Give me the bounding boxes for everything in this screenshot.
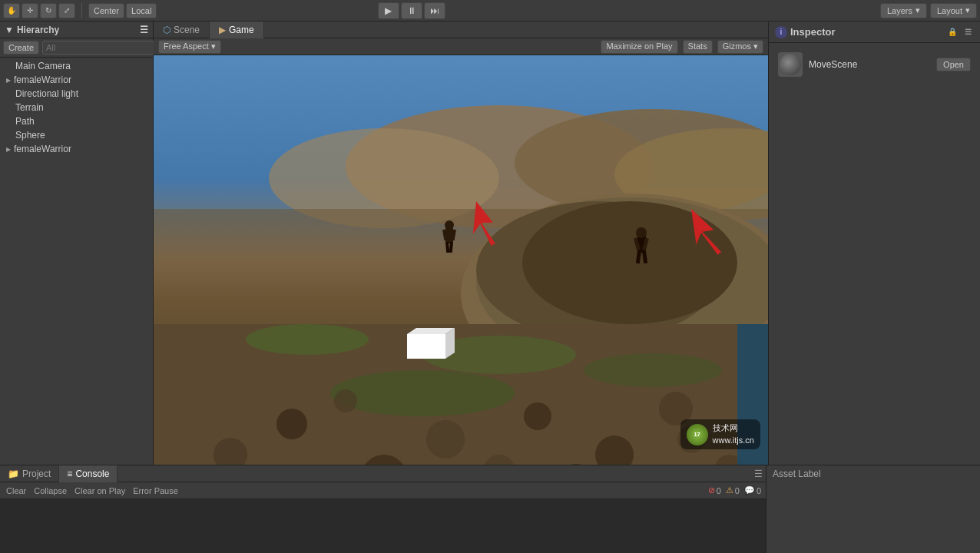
console-toolbar: Clear Collapse Clear on Play Error Pause… [0, 482, 766, 499]
play-btn[interactable]: ▶ [378, 2, 399, 19]
bottom-panel: 📁 Project ≡ Console ☰ Clear Collapse Cle… [0, 465, 980, 553]
svg-rect-27 [445, 228, 453, 243]
scene-view[interactable]: 17 技术网 www.itjs.cn [154, 55, 768, 465]
hierarchy-item-maincamera[interactable]: Main Camera [0, 59, 153, 73]
inspector-header: i Inspector 🔒 ☰ [769, 22, 980, 43]
hierarchy-item-femalewarrior2[interactable]: ▶ femaleWarrior [0, 142, 153, 156]
layout-label: Layout [937, 6, 962, 15]
pause-btn[interactable]: ⏸ [401, 2, 422, 19]
scene-toolbar: Free Aspect ▾ Maximize on Play Stats Giz… [154, 38, 768, 55]
info-count: 0 [757, 486, 761, 495]
main-content: ▼ Hierarchy ☰ Create Main Camera ▶ femal… [0, 22, 980, 465]
svg-point-13 [584, 353, 722, 387]
top-toolbar: ✋ ✛ ↻ ⤢ Center Local ▶ ⏸ ⏭ Layers ▾ Layo… [0, 0, 980, 22]
open-script-btn[interactable]: Open [936, 58, 971, 71]
femalewarrior2-label: femaleWarrior [14, 144, 71, 154]
bottom-panel-expand-icon[interactable]: ☰ [754, 469, 763, 479]
project-tab[interactable]: 📁 Project [0, 465, 59, 482]
console-content [0, 499, 766, 553]
inspector-right-icons: 🔒 ☰ [946, 26, 974, 38]
project-tab-icon: 📁 [8, 469, 19, 479]
terrain-label: Terrain [15, 102, 44, 113]
console-tab-label: Console [75, 469, 109, 479]
inspector-info-icon: i [775, 26, 787, 38]
inspector-lock-icon[interactable]: 🔒 [946, 26, 958, 38]
svg-point-14 [334, 389, 357, 412]
scene-tab-label: Scene [174, 25, 200, 35]
layout-dropdown[interactable]: Layout ▾ [930, 3, 977, 18]
terrain-svg [154, 55, 768, 465]
asset-label-text: Asset Label [773, 469, 821, 479]
collapse-btn[interactable]: Collapse [32, 486, 68, 495]
maximize-btn[interactable]: Maximize on Play [601, 40, 677, 54]
error-pause-btn[interactable]: Error Pause [131, 486, 180, 495]
white-box [407, 328, 455, 359]
scene-right-controls: Maximize on Play Stats Gizmos ▾ [601, 40, 763, 54]
layout-chevron-icon: ▾ [965, 5, 970, 15]
step-btn[interactable]: ⏭ [424, 2, 445, 19]
console-tab[interactable]: ≡ Console [59, 465, 118, 482]
hierarchy-item-terrain[interactable]: Terrain [0, 101, 153, 114]
hierarchy-title: Hierarchy [17, 25, 59, 35]
hierarchy-toolbar: Create [0, 38, 153, 58]
watermark: 17 技术网 www.itjs.cn [680, 419, 760, 449]
main-camera-label: Main Camera [15, 61, 71, 71]
watermark-text: 技术网 www.itjs.cn [713, 422, 754, 446]
hierarchy-search-input[interactable] [42, 41, 156, 55]
hierarchy-item-femalewarrior1[interactable]: ▶ femaleWarrior [0, 73, 153, 87]
move-tool-btn[interactable]: ✛ [22, 3, 38, 18]
inspector-menu-icon[interactable]: ☰ [962, 26, 974, 38]
scene-tab-icon: ⬡ [163, 25, 171, 35]
svg-point-17 [524, 402, 551, 430]
watermark-line1: 技术网 [713, 422, 754, 434]
warn-count-display: ⚠ 0 [726, 485, 740, 495]
game-tab[interactable]: ▶ Game [210, 22, 264, 38]
watermark-line2: www.itjs.cn [713, 435, 754, 446]
rotate-tool-btn[interactable]: ↻ [40, 3, 57, 18]
error-count-display: ⊘ 0 [708, 485, 721, 495]
script-item: MoveScene Open [775, 49, 974, 80]
inspector-title: Inspector [790, 26, 836, 38]
clear-btn[interactable]: Clear [5, 486, 28, 495]
game-scene-background: 17 技术网 www.itjs.cn [154, 55, 768, 465]
hierarchy-item-directional[interactable]: Directional light [0, 87, 153, 101]
svg-point-15 [276, 409, 307, 439]
svg-point-28 [445, 220, 454, 230]
svg-point-12 [330, 370, 515, 416]
aspect-dropdown[interactable]: Free Aspect ▾ [158, 40, 221, 54]
stats-btn[interactable]: Stats [683, 40, 713, 54]
svg-point-10 [246, 324, 369, 355]
sphere-label: Sphere [15, 130, 45, 141]
hierarchy-header: ▼ Hierarchy ☰ [0, 22, 153, 38]
scale-tool-btn[interactable]: ⤢ [58, 3, 75, 18]
svg-point-34 [636, 227, 647, 238]
game-tab-label: Game [229, 25, 254, 35]
clear-on-play-btn[interactable]: Clear on Play [73, 486, 127, 495]
script-icon [778, 52, 803, 77]
hierarchy-create-btn[interactable]: Create [3, 41, 39, 55]
error-circle-icon: ⊘ [708, 485, 715, 495]
view-tabs-bar: ⬡ Scene ▶ Game [154, 22, 768, 38]
local-btn[interactable]: Local [126, 3, 157, 18]
layers-dropdown[interactable]: Layers ▾ [880, 3, 927, 18]
hierarchy-item-sphere[interactable]: Sphere [0, 128, 153, 142]
gizmos-btn[interactable]: Gizmos ▾ [717, 40, 763, 54]
path-label: Path [15, 116, 35, 127]
bottom-tabs: 📁 Project ≡ Console ☰ [0, 465, 766, 482]
game-tab-icon: ▶ [219, 25, 226, 35]
center-btn[interactable]: Center [88, 3, 124, 18]
femalewarrior1-label: femaleWarrior [14, 75, 71, 85]
bottom-right-panel: Asset Label [766, 465, 980, 553]
hand-tool-btn[interactable]: ✋ [3, 3, 20, 18]
warn-triangle-icon: ⚠ [726, 485, 733, 495]
hierarchy-menu-icon[interactable]: ☰ [140, 25, 148, 35]
script-name: MoveScene [809, 59, 857, 70]
hierarchy-arrow-icon: ▼ [5, 25, 14, 35]
scene-tab[interactable]: ⬡ Scene [154, 22, 210, 38]
directional-light-label: Directional light [15, 88, 78, 99]
hierarchy-item-path[interactable]: Path [0, 114, 153, 128]
femalewarrior2-arrow-icon: ▶ [6, 146, 11, 153]
project-tab-label: Project [22, 469, 51, 479]
center-panel: ⬡ Scene ▶ Game Free Aspect ▾ Maximize on… [154, 22, 768, 465]
top-right-controls: Layers ▾ Layout ▾ [880, 3, 980, 18]
